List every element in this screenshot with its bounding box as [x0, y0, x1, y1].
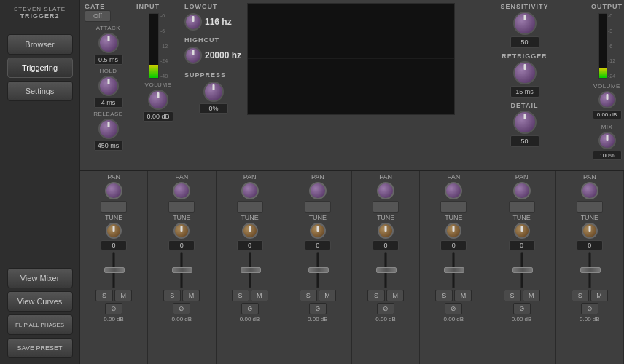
pan-center-btn-0[interactable]: [101, 201, 127, 213]
solo-btn-5[interactable]: S: [435, 290, 453, 301]
tune-label-5: TUNE: [445, 214, 463, 221]
tune-knob-3[interactable]: [310, 223, 326, 239]
mute-btn-4[interactable]: M: [386, 290, 404, 301]
detail-knob[interactable]: [513, 111, 537, 134]
solo-btn-3[interactable]: S: [300, 290, 317, 301]
pan-knob-3[interactable]: [309, 182, 327, 199]
pan-knob-2[interactable]: [241, 182, 259, 199]
pan-knob-0[interactable]: [105, 182, 122, 199]
retrigger-knob[interactable]: [513, 61, 537, 84]
attack-knob[interactable]: [98, 33, 119, 53]
main-content: GATE Off ATTACK 0.5 ms HOLD 4 ms RELEASE…: [80, 0, 624, 364]
gate-toggle[interactable]: Off: [85, 10, 111, 22]
mute-btn-6[interactable]: M: [523, 290, 540, 301]
tune-knob-4[interactable]: [378, 223, 394, 239]
tune-value-6: 0: [509, 240, 535, 250]
tune-knob-5[interactable]: [445, 223, 461, 239]
pan-knob-1[interactable]: [173, 182, 190, 199]
fader-thumb-7[interactable]: [580, 267, 601, 273]
mute-btn-7[interactable]: M: [590, 290, 608, 301]
tune-knob-6[interactable]: [514, 223, 530, 239]
attack-value: 0.5 ms: [94, 55, 123, 65]
phase-btn-4[interactable]: ⊘: [377, 303, 394, 314]
fader-thumb-3[interactable]: [308, 267, 329, 273]
lowcut-knob[interactable]: [184, 13, 202, 31]
fader-area-4: [353, 252, 418, 288]
save-preset-button[interactable]: SAVE PRESET: [7, 338, 73, 358]
flip-all-phases-button[interactable]: FLIP ALL PHASES: [7, 314, 73, 335]
tune-knob-2[interactable]: [242, 223, 258, 239]
phase-btn-6[interactable]: ⊘: [513, 303, 531, 314]
output-vu-labels: -0 -3 -6 -12 -24: [608, 13, 615, 79]
lowcut-label: LOWCUT: [184, 3, 243, 10]
pan-center-btn-4[interactable]: [373, 201, 399, 213]
view-curves-button[interactable]: View Curves: [7, 291, 73, 312]
mute-btn-0[interactable]: M: [114, 290, 132, 301]
phase-btn-2[interactable]: ⊘: [241, 303, 259, 314]
product-name: TRIGGER2: [14, 12, 66, 25]
pan-center-btn-7[interactable]: [577, 201, 603, 213]
solo-btn-2[interactable]: S: [232, 290, 249, 301]
pan-center-btn-1[interactable]: [168, 201, 195, 213]
output-volume-knob[interactable]: [598, 91, 616, 108]
phase-btn-1[interactable]: ⊘: [173, 303, 190, 314]
sensitivity-knob[interactable]: [513, 12, 537, 35]
pan-knob-4[interactable]: [377, 182, 394, 199]
waveform-display: [247, 3, 455, 115]
view-mixer-button[interactable]: View Mixer: [7, 268, 73, 288]
fader-thumb-4[interactable]: [376, 267, 397, 273]
tune-knob-1[interactable]: [173, 223, 190, 239]
pan-knob-6[interactable]: [513, 182, 531, 199]
pan-center-btn-3[interactable]: [305, 201, 331, 213]
phase-btn-5[interactable]: ⊘: [445, 303, 462, 314]
solo-btn-6[interactable]: S: [504, 290, 521, 301]
fader-thumb-1[interactable]: [172, 267, 192, 273]
solo-btn-0[interactable]: S: [95, 290, 113, 301]
phase-btn-7[interactable]: ⊘: [581, 303, 598, 314]
pan-knob-7[interactable]: [581, 182, 598, 199]
fader-area-7: [557, 252, 623, 288]
fader-track-5: [452, 252, 455, 288]
settings-button[interactable]: Settings: [7, 81, 73, 101]
solo-btn-1[interactable]: S: [163, 290, 181, 301]
fader-thumb-5[interactable]: [444, 267, 464, 273]
solo-btn-7[interactable]: S: [572, 290, 589, 301]
fader-thumb-6[interactable]: [512, 267, 533, 273]
hold-value: 4 ms: [94, 98, 123, 108]
detail-section: DETAIL 50: [459, 102, 590, 147]
release-label: RELEASE: [93, 111, 122, 117]
db-value-5: 0.00 dB: [444, 316, 464, 323]
output-vu-meter: -0 -3 -6 -12 -24: [598, 13, 615, 79]
mute-btn-3[interactable]: M: [319, 290, 336, 301]
highcut-group: HIGHCUT 20000 hz: [184, 36, 243, 64]
triggering-button[interactable]: Triggering: [7, 58, 73, 78]
phase-btn-0[interactable]: ⊘: [105, 303, 122, 314]
solo-btn-4[interactable]: S: [367, 290, 385, 301]
phase-btn-3[interactable]: ⊘: [309, 303, 327, 314]
mute-btn-1[interactable]: M: [182, 290, 200, 301]
solo-mute-row-4: S M: [367, 290, 404, 301]
mute-btn-2[interactable]: M: [251, 290, 268, 301]
mute-btn-5[interactable]: M: [454, 290, 472, 301]
solo-mute-row-3: S M: [300, 290, 336, 301]
fader-thumb-0[interactable]: [104, 267, 125, 273]
tune-knob-0[interactable]: [106, 223, 122, 239]
pan-knob-5[interactable]: [445, 182, 462, 199]
filter-section: LOWCUT 116 hz HIGHCUT 20000 hz SUPPRESS: [184, 3, 243, 114]
highcut-knob[interactable]: [184, 47, 202, 64]
pan-center-btn-6[interactable]: [509, 201, 535, 213]
pan-label-6: PAN: [515, 173, 529, 181]
output-volume-value: 0.00 dB: [593, 110, 622, 119]
fader-thumb-2[interactable]: [241, 267, 261, 273]
hold-knob[interactable]: [98, 76, 119, 96]
release-knob[interactable]: [98, 119, 119, 139]
input-section: INPUT -0 -6 -12 -24 -48: [136, 3, 180, 122]
tune-knob-7[interactable]: [582, 223, 598, 239]
pan-center-btn-2[interactable]: [237, 201, 263, 213]
pan-center-btn-5[interactable]: [440, 201, 467, 213]
browser-button[interactable]: Browser: [7, 34, 73, 55]
tune-label-1: TUNE: [173, 214, 191, 221]
output-mix-knob[interactable]: [598, 132, 616, 149]
input-volume-knob[interactable]: [148, 90, 168, 110]
suppress-knob[interactable]: [203, 82, 224, 102]
